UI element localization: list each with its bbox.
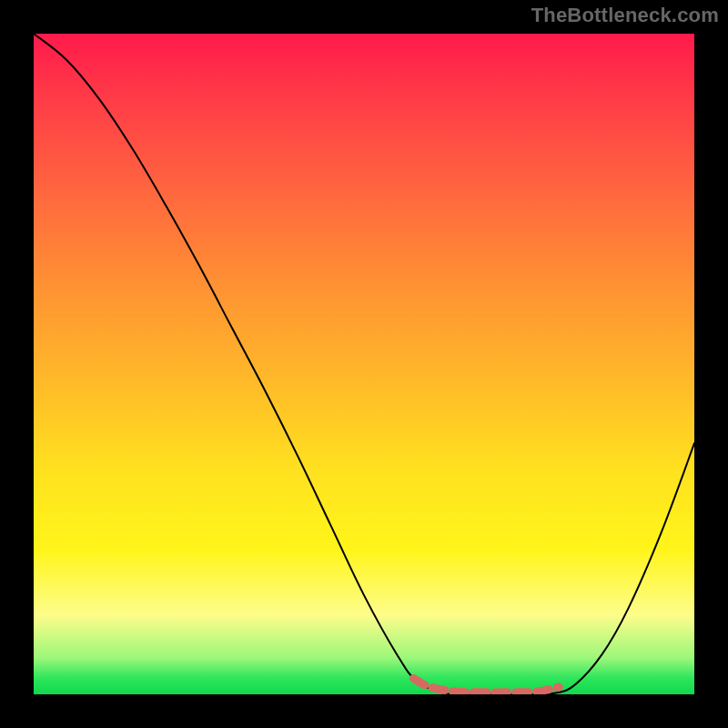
curve-layer xyxy=(34,34,694,694)
chart-svg xyxy=(34,34,694,694)
plot-area xyxy=(34,34,694,694)
chart-frame: TheBottleneck.com xyxy=(0,0,728,728)
optimal-band-marker xyxy=(413,679,559,693)
watermark-text: TheBottleneck.com xyxy=(531,4,719,27)
bottleneck-curve xyxy=(34,34,694,694)
